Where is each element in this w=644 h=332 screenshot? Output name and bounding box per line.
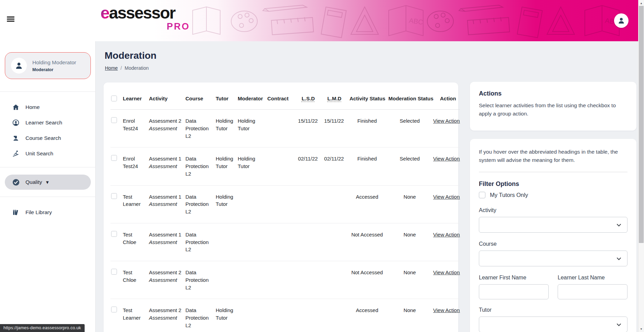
- sidebar-item-file-library[interactable]: File Library: [0, 205, 96, 220]
- cell-action: View Actions: [433, 185, 460, 223]
- status-url-tooltip: https://james-demo.eassessorpro.co.uk: [0, 324, 85, 332]
- cell-course: Data Protection L2: [185, 147, 216, 185]
- filter-divider: [479, 172, 627, 172]
- profile-card[interactable]: Holding Moderator Moderator: [5, 52, 91, 79]
- first-name-label: Learner First Name: [479, 275, 549, 281]
- row-checkbox[interactable]: [111, 307, 117, 312]
- row-checkbox[interactable]: [111, 155, 117, 161]
- activity-name: Assessment 1: [149, 155, 183, 163]
- learner-first-name-input[interactable]: [479, 284, 549, 299]
- profile-avatar: [11, 58, 27, 74]
- sidebar-item-unit-search[interactable]: Unit Search: [0, 146, 96, 161]
- activity-type: Assessment: [149, 125, 183, 132]
- my-tutors-only-label: My Tutors Only: [490, 192, 528, 198]
- my-tutors-only-checkbox[interactable]: [479, 192, 485, 198]
- cell-lsd: 02/11/22: [296, 147, 322, 185]
- filter-options-title: Filter Options: [479, 180, 627, 188]
- activity-type: Assessment: [149, 239, 183, 246]
- view-actions-link[interactable]: View Actions: [433, 232, 460, 237]
- activity-name: Assessment 2: [149, 307, 183, 314]
- cell-tutor: Holding Tutor: [216, 110, 238, 147]
- sidebar-item-label: File Library: [25, 209, 52, 215]
- view-actions-link[interactable]: View Actions: [433, 118, 460, 124]
- my-tutors-only-row[interactable]: My Tutors Only: [479, 192, 627, 198]
- row-checkbox[interactable]: [111, 231, 117, 237]
- cell-action: View Actions: [433, 110, 460, 147]
- cell-moderation-status: None: [388, 223, 433, 261]
- row-checkbox[interactable]: [111, 269, 117, 275]
- view-actions-link[interactable]: View Actions: [433, 194, 460, 200]
- cell-course: Data Protection L2: [185, 261, 216, 299]
- cell-tutor: [216, 223, 238, 261]
- view-actions-link[interactable]: View Actions: [433, 307, 460, 313]
- cell-action: View Actions: [433, 261, 460, 299]
- activity-type: Assessment: [149, 276, 183, 284]
- sidebar: Holding Moderator Moderator Home Learner…: [0, 41, 96, 332]
- home-icon: [12, 103, 20, 111]
- cell-activity: Assessment 1 Assessment: [149, 185, 185, 223]
- vertical-scrollbar[interactable]: ▲ ▼: [638, 0, 644, 332]
- course-filter-select[interactable]: [479, 251, 627, 266]
- column-header-lmd[interactable]: L.M.D: [322, 92, 348, 110]
- user-menu-button[interactable]: [614, 13, 629, 28]
- table-row: Enrol Test24 Assessment 1 Assessment Dat…: [110, 147, 460, 185]
- activity-filter-label: Activity: [479, 207, 627, 213]
- scroll-down-icon[interactable]: ▼: [638, 326, 644, 332]
- column-header-course: Course: [185, 92, 216, 110]
- activity-filter-select[interactable]: [479, 217, 627, 233]
- header-doodles: ABC ABC: [186, 0, 638, 41]
- cell-contract: [267, 299, 296, 332]
- sidebar-item-label: Course Search: [25, 135, 61, 141]
- cell-moderator: [238, 223, 267, 261]
- cell-lsd: 15/11/22: [296, 110, 322, 147]
- last-name-label: Learner Last Name: [558, 275, 627, 281]
- sidebar-item-course-search[interactable]: Course Search: [0, 131, 96, 146]
- learner-last-name-input[interactable]: [558, 284, 627, 299]
- activity-name: Assessment 1: [149, 231, 183, 239]
- breadcrumb-separator: /: [120, 65, 122, 71]
- cell-tutor: [216, 261, 238, 299]
- sidebar-item-quality[interactable]: Quality ▼: [5, 175, 91, 190]
- unit-search-icon: [12, 150, 20, 157]
- breadcrumb-home-link[interactable]: Home: [105, 65, 118, 71]
- sidebar-item-label: Quality: [25, 179, 42, 185]
- hover-tip-text: If you hover over the abbreviated headin…: [479, 148, 627, 164]
- sidebar-item-learner-search[interactable]: Learner Search: [0, 115, 96, 130]
- cell-contract: [267, 261, 296, 299]
- sidebar-divider: [0, 91, 96, 92]
- view-actions-link[interactable]: View Actions: [433, 156, 460, 162]
- profile-role: Moderator: [32, 67, 76, 72]
- column-header-lsd[interactable]: L.S.D: [296, 92, 322, 110]
- scroll-up-icon[interactable]: ▲: [638, 0, 644, 6]
- chevron-down-icon: [616, 222, 622, 229]
- sidebar-divider: [0, 167, 96, 167]
- tutor-filter-select[interactable]: [479, 317, 627, 332]
- view-actions-link[interactable]: View Actions: [433, 269, 460, 275]
- cell-learner: Test Chloe: [123, 223, 149, 261]
- cell-action: View Actions: [433, 299, 460, 332]
- cell-lmd: [322, 223, 348, 261]
- row-checkbox[interactable]: [111, 117, 117, 123]
- cell-lmd: [322, 299, 348, 332]
- activity-type: Assessment: [149, 314, 183, 322]
- cell-lsd: [296, 185, 322, 223]
- column-header-tutor: Tutor: [216, 92, 238, 110]
- scrollbar-thumb[interactable]: [639, 6, 644, 243]
- sidebar-item-home[interactable]: Home: [0, 100, 96, 115]
- profile-name: Holding Moderator: [32, 59, 76, 66]
- actions-title: Actions: [479, 90, 627, 97]
- row-checkbox[interactable]: [111, 193, 117, 199]
- column-header-action: Action: [433, 92, 460, 110]
- caret-down-icon: ▼: [45, 180, 50, 185]
- cell-lmd: 02/11/22: [322, 147, 348, 185]
- menu-icon[interactable]: [7, 16, 14, 23]
- select-all-checkbox[interactable]: [111, 96, 117, 101]
- cell-moderator: Holding Tutor: [238, 147, 267, 185]
- cell-learner: Enrol Test24: [123, 147, 149, 185]
- breadcrumb-current: Moderation: [125, 65, 149, 71]
- user-avatar-icon: [617, 16, 625, 25]
- cell-contract: [267, 223, 296, 261]
- cell-activity-status: Finished: [348, 110, 388, 147]
- svg-text:ABC: ABC: [408, 16, 423, 26]
- cell-moderator: Holding Tutor: [238, 110, 267, 147]
